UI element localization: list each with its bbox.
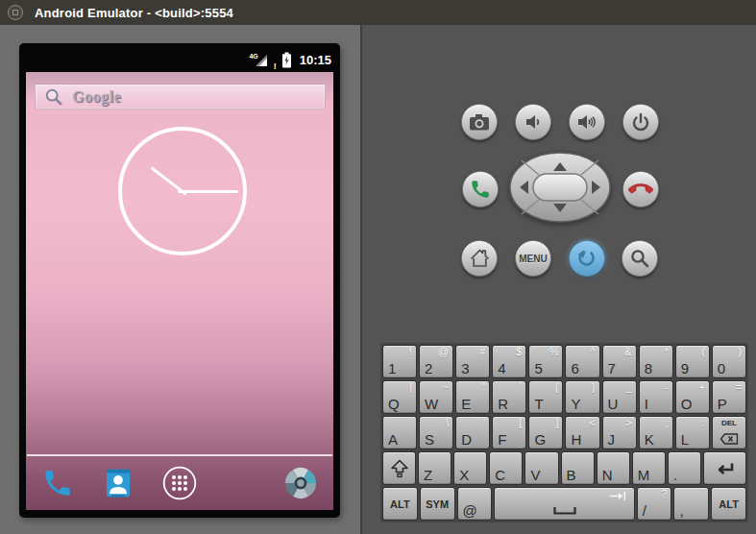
- key-q[interactable]: Q|: [382, 380, 417, 414]
- key-d[interactable]: D': [455, 416, 490, 449]
- key-enter[interactable]: [703, 451, 746, 485]
- key-z[interactable]: Z: [418, 451, 451, 485]
- key-main-char: ,: [679, 502, 683, 519]
- key-shift-char: {: [555, 381, 559, 393]
- key-k[interactable]: K;: [639, 416, 673, 449]
- key-a[interactable]: A: [382, 416, 417, 449]
- controls-pane: MENU 1!2@3#4$5%6^7&8*9(0)Q|W~E"R`T{Y}U_I…: [360, 25, 756, 534]
- key-f[interactable]: F[: [492, 416, 526, 449]
- call-button[interactable]: [462, 171, 499, 207]
- key-main-char: 5: [534, 360, 542, 376]
- key-o[interactable]: O+: [675, 380, 710, 414]
- key-5[interactable]: 5%: [528, 345, 563, 378]
- menu-button[interactable]: MENU: [515, 240, 551, 277]
- key-shift-char: #: [479, 346, 485, 357]
- back-button[interactable]: [569, 240, 605, 277]
- key-2[interactable]: 2@: [419, 345, 453, 378]
- key-7[interactable]: 7&: [602, 345, 637, 378]
- key-shift-char: ": [481, 381, 485, 393]
- power-button[interactable]: [622, 104, 659, 140]
- menu-label: MENU: [519, 254, 547, 264]
- key-h[interactable]: H<: [565, 416, 599, 449]
- key-main-char: X: [459, 467, 469, 483]
- key-main-char: T: [534, 396, 543, 412]
- key-w[interactable]: W~: [419, 380, 453, 414]
- key-shift[interactable]: [382, 451, 416, 485]
- home-button[interactable]: [461, 240, 498, 277]
- dock-camera-app[interactable]: [283, 466, 318, 500]
- key-y[interactable]: Y}: [565, 380, 599, 414]
- key-shift-char: !: [409, 346, 412, 357]
- key-r[interactable]: R`: [492, 380, 526, 414]
- volume-up-button[interactable]: [569, 104, 605, 140]
- key-3[interactable]: 3#: [455, 345, 490, 378]
- tab-icon: [609, 491, 626, 501]
- key-p[interactable]: P=: [712, 380, 746, 414]
- back-icon: [575, 247, 598, 270]
- key-main-char: 7: [608, 360, 616, 376]
- key-comma[interactable]: ,: [673, 487, 709, 521]
- dock-all-apps-button[interactable]: [162, 466, 197, 500]
- key-main-char: O: [681, 396, 693, 412]
- key-u[interactable]: U_: [602, 380, 637, 414]
- key-8[interactable]: 8*: [639, 345, 673, 378]
- camera-aperture-icon: [283, 466, 318, 500]
- key-1[interactable]: 1!: [382, 345, 417, 378]
- key-period[interactable]: .: [668, 451, 701, 485]
- hangup-button[interactable]: [622, 171, 659, 207]
- key-at[interactable]: @: [457, 487, 493, 521]
- dock-contacts-app[interactable]: [101, 466, 135, 500]
- key-main-char: U: [608, 396, 619, 412]
- key-l[interactable]: L:: [675, 416, 710, 449]
- camera-button[interactable]: [461, 104, 498, 140]
- key-main-char: B: [567, 467, 576, 483]
- key-shift-char: *: [664, 346, 668, 357]
- key-s[interactable]: S\: [419, 416, 453, 449]
- key-i[interactable]: I-: [639, 380, 673, 414]
- contacts-icon: [102, 467, 134, 499]
- analog-clock-widget[interactable]: [118, 127, 247, 255]
- search-icon: [629, 248, 650, 269]
- battery-charging-icon: [281, 52, 292, 68]
- key-shift-char: ': [483, 417, 485, 428]
- key-shift-char: :: [702, 417, 705, 428]
- key-t[interactable]: T{: [528, 380, 563, 414]
- key-0[interactable]: 0): [712, 345, 746, 378]
- volume-down-icon: [524, 112, 543, 132]
- key-shift-char: _: [626, 381, 632, 393]
- key-g[interactable]: G]: [528, 416, 563, 449]
- key-main-char: E: [461, 396, 471, 412]
- key-del[interactable]: DEL: [712, 416, 746, 449]
- key-n[interactable]: N: [597, 451, 630, 485]
- window-control-button[interactable]: [8, 5, 23, 20]
- key-main-char: .: [673, 467, 677, 483]
- key-alt[interactable]: ALT: [382, 487, 418, 521]
- key-space[interactable]: [494, 487, 634, 521]
- key-m[interactable]: M: [632, 451, 666, 485]
- key-sym[interactable]: SYM: [420, 487, 455, 521]
- key-c[interactable]: C: [489, 451, 523, 485]
- dock-phone-app[interactable]: [40, 466, 75, 500]
- key-shift-char: %: [549, 346, 559, 357]
- key-6[interactable]: 6^: [565, 345, 599, 378]
- key-9[interactable]: 9(: [675, 345, 710, 378]
- search-button[interactable]: [622, 240, 658, 277]
- key-main-char: P: [718, 396, 727, 412]
- key-main-char: R: [498, 396, 508, 412]
- key-x[interactable]: X: [453, 451, 487, 485]
- key-main-char: 3: [461, 360, 469, 376]
- key-alt[interactable]: ALT: [711, 487, 746, 521]
- volume-down-button[interactable]: [515, 104, 551, 140]
- key-main-char: @: [463, 502, 477, 519]
- google-search-widget[interactable]: Google: [35, 84, 326, 109]
- dpad[interactable]: [509, 152, 611, 227]
- key-b[interactable]: B: [561, 451, 595, 485]
- key-shift-char: +: [698, 381, 704, 393]
- key-main-char: 9: [681, 360, 689, 376]
- key-e[interactable]: E": [455, 380, 490, 414]
- key-v[interactable]: V: [524, 451, 558, 485]
- dpad-center[interactable]: [533, 174, 587, 201]
- key-slash[interactable]: /?: [637, 487, 672, 521]
- key-4[interactable]: 4$: [492, 345, 526, 378]
- key-j[interactable]: J>: [602, 416, 637, 449]
